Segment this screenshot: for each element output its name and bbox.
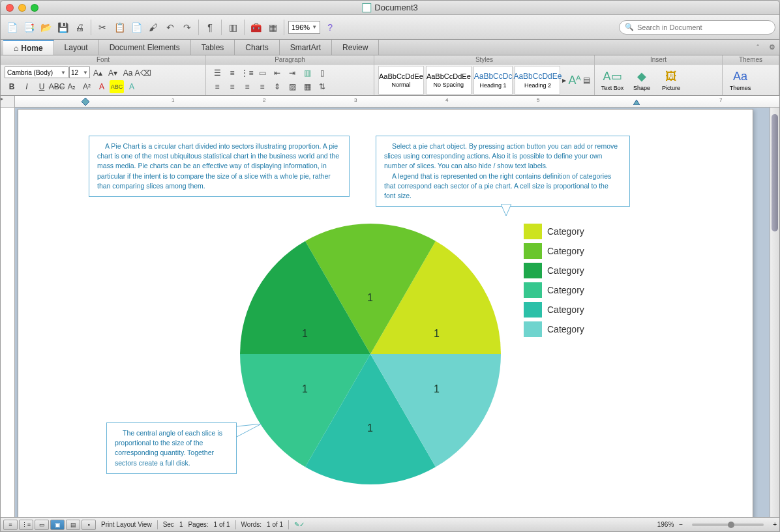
change-case-icon[interactable]: Aa <box>121 66 135 80</box>
save-icon[interactable]: 💾 <box>55 20 70 35</box>
superscript-icon[interactable]: A² <box>80 80 94 93</box>
callout-instructions[interactable]: Select a pie chart object. By pressing a… <box>376 136 630 207</box>
strikethrough-icon[interactable]: ABC <box>50 80 64 93</box>
underline-icon[interactable]: U <box>35 80 49 93</box>
grow-font-icon[interactable]: A▴ <box>91 66 105 80</box>
themes-button[interactable]: AaThemes <box>727 66 754 95</box>
callout-text: A legend that is represented on the righ… <box>384 171 622 201</box>
redo-icon[interactable]: ↷ <box>180 20 194 35</box>
dec-indent-icon[interactable]: ⇤ <box>270 66 284 80</box>
italic-icon[interactable]: I <box>20 80 34 93</box>
paste-icon[interactable]: 📄 <box>129 20 143 35</box>
vertical-ruler[interactable] <box>1 108 15 517</box>
styles-more-icon[interactable]: ▸ <box>562 74 566 87</box>
vertical-scrollbar[interactable] <box>770 108 779 517</box>
align-center-icon[interactable]: ≡ <box>225 80 239 93</box>
zoom-in-icon[interactable]: + <box>773 521 777 528</box>
orientation-icon[interactable]: ▯ <box>315 66 329 80</box>
tab-review[interactable]: Review <box>332 40 379 55</box>
callout-angle[interactable]: The central angle of each slice is propo… <box>106 422 237 474</box>
zoom-slider[interactable] <box>692 524 764 526</box>
zoom-icon[interactable] <box>31 4 38 12</box>
close-icon[interactable] <box>6 4 14 12</box>
highlight-icon[interactable]: ABC <box>110 80 124 93</box>
template-icon[interactable]: 📑 <box>22 20 36 35</box>
undo-icon[interactable]: ↶ <box>163 20 177 35</box>
tab-document-elements[interactable]: Document Elements <box>99 40 191 55</box>
zoom-percent[interactable]: 196% <box>657 521 674 528</box>
style-normal[interactable]: AaBbCcDdEeNormal <box>378 66 424 95</box>
zoom-out-icon[interactable]: − <box>679 521 683 528</box>
page[interactable]: A Pie Chart is a circular chart divided … <box>18 109 753 517</box>
print-icon[interactable]: 🖨 <box>72 20 87 35</box>
align-left-icon[interactable]: ≡ <box>210 80 224 93</box>
horizontal-ruler[interactable]: ▸ 1 2 3 4 5 7 <box>1 96 779 108</box>
view-draft-icon[interactable]: ≡ <box>3 520 18 530</box>
tab-smartart[interactable]: SmartArt <box>280 40 332 55</box>
gear-icon[interactable]: ⚙ <box>765 40 779 55</box>
insert-textbox[interactable]: A▭Text Box <box>599 66 626 95</box>
sort-icon[interactable]: ⇅ <box>315 80 329 93</box>
spellcheck-icon[interactable]: ✎✓ <box>294 521 305 528</box>
multilevel-icon[interactable]: ⋮≡ <box>240 66 254 80</box>
right-indent-marker-icon[interactable] <box>633 100 640 106</box>
font-color-icon[interactable]: A <box>95 80 109 93</box>
callout-intro[interactable]: A Pie Chart is a circular chart divided … <box>89 136 350 197</box>
search-input[interactable]: 🔍 <box>619 20 775 35</box>
legend-label: Category <box>547 324 584 334</box>
tab-layout[interactable]: Layout <box>54 40 99 55</box>
subscript-icon[interactable]: A₂ <box>65 80 79 93</box>
shading-icon[interactable]: ▨ <box>285 80 299 93</box>
view-focus-icon[interactable]: ▪ <box>82 520 96 530</box>
font-size-combo[interactable]: 12▼ <box>69 66 90 78</box>
bullets-icon[interactable]: ☰ <box>210 66 224 80</box>
open-icon[interactable]: 📂 <box>38 20 53 35</box>
pilcrow-icon[interactable]: ¶ <box>203 20 217 35</box>
columns-icon[interactable]: ▥ <box>300 66 314 80</box>
style-heading2[interactable]: AaBbCcDdEeHeading 2 <box>515 66 560 95</box>
align-box-icon[interactable]: ▭ <box>255 66 269 80</box>
toolbox-icon[interactable]: 🧰 <box>248 20 263 35</box>
text-effects-icon[interactable]: A <box>125 80 139 93</box>
indent-marker-icon[interactable] <box>82 98 89 107</box>
styles-pane-icon[interactable]: ▤ <box>583 74 590 87</box>
collapse-ribbon-icon[interactable]: ˆ <box>751 40 765 55</box>
insert-shape[interactable]: ◆Shape <box>628 66 655 95</box>
view-print-layout-icon[interactable]: ▣ <box>50 520 65 530</box>
zoom-slider-thumb[interactable] <box>728 522 734 528</box>
pie-chart[interactable] <box>237 220 504 488</box>
quick-styles-icon[interactable]: Aᴬ <box>568 74 581 87</box>
tab-charts[interactable]: Charts <box>235 40 279 55</box>
justify-icon[interactable]: ≡ <box>255 80 269 93</box>
cut-icon[interactable]: ✂ <box>95 20 110 35</box>
font-name-combo[interactable]: Cambria (Body)▼ <box>5 66 68 78</box>
scrollbar-thumb[interactable] <box>772 114 778 231</box>
inc-indent-icon[interactable]: ⇥ <box>285 66 299 80</box>
search-field[interactable] <box>637 23 770 31</box>
numbering-icon[interactable]: ≡ <box>225 66 239 80</box>
bold-icon[interactable]: B <box>5 80 19 93</box>
minimize-icon[interactable] <box>18 4 26 12</box>
clear-format-icon[interactable]: A⌫ <box>136 66 150 80</box>
view-publishing-icon[interactable]: ▭ <box>35 520 49 530</box>
style-heading1[interactable]: AaBbCcDcHeading 1 <box>473 66 513 95</box>
sidebar-icon[interactable]: ▥ <box>226 20 240 35</box>
view-outline-icon[interactable]: ⋮≡ <box>19 520 33 530</box>
tab-home[interactable]: ⌂ Home <box>3 40 54 55</box>
style-no-spacing[interactable]: AaBbCcDdEeNo Spacing <box>426 66 472 95</box>
align-right-icon[interactable]: ≡ <box>240 80 254 93</box>
document-canvas[interactable]: A Pie Chart is a circular chart divided … <box>15 108 770 517</box>
view-notebook-icon[interactable]: ▤ <box>66 520 80 530</box>
format-painter-icon[interactable]: 🖌 <box>146 20 160 35</box>
insert-picture[interactable]: 🖼Picture <box>657 66 685 95</box>
gallery-icon[interactable]: ▦ <box>265 20 280 35</box>
pie-legend[interactable]: Category Category Category Category Cate… <box>524 224 584 341</box>
zoom-combo[interactable]: 196% ▼ <box>288 21 320 34</box>
shrink-font-icon[interactable]: A▾ <box>106 66 120 80</box>
help-icon[interactable]: ? <box>323 20 337 35</box>
line-spacing-icon[interactable]: ⇕ <box>270 80 284 93</box>
tab-tables[interactable]: Tables <box>191 40 235 55</box>
copy-icon[interactable]: 📋 <box>112 20 127 35</box>
borders-icon[interactable]: ▦ <box>300 80 314 93</box>
new-icon[interactable]: 📄 <box>5 20 19 35</box>
